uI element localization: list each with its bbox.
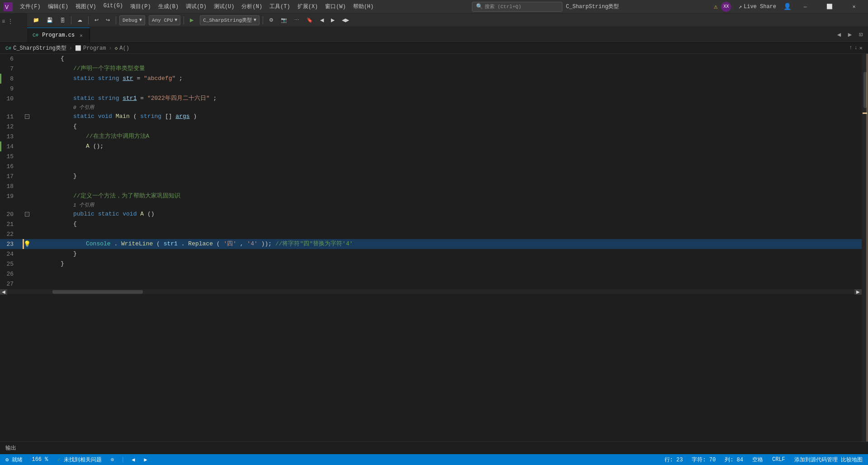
toolbar-open[interactable]: 📁 — [30, 15, 42, 25]
scroll-left-btn[interactable]: ◀ — [0, 289, 7, 295]
menu-extend[interactable]: 扩展(X) — [294, 1, 322, 12]
status-line[interactable]: 行: 23 — [663, 456, 685, 464]
toolbar-save[interactable]: 💾 — [44, 15, 56, 25]
toolbar-nav3[interactable]: ◀▶ — [339, 15, 352, 25]
yellow-gutter-23 — [23, 239, 24, 249]
status-ready[interactable]: ⚙ 就绪 — [4, 456, 24, 464]
table-row: 14 A (); — [0, 141, 862, 151]
col-label: 列: 84 — [725, 457, 743, 463]
platform-dropdown[interactable]: Any CPU ▼ — [149, 15, 180, 25]
table-row: 19 //定义一个方法，为了帮助大家巩固知识 — [0, 191, 862, 201]
tab-scroll-left[interactable]: ◀ — [834, 29, 844, 40]
table-row: 13 //在主方法中调用方法A — [0, 132, 862, 141]
table-row: 22 — [0, 229, 862, 239]
breadcrumb-method-icon: ◇ — [115, 45, 118, 51]
toolbar-redo2[interactable]: ↪ — [103, 15, 113, 25]
menu-debug[interactable]: 调试(D) — [182, 1, 210, 12]
menu-help[interactable]: 帮助(H) — [349, 1, 377, 12]
breadcrumb-class[interactable]: C_SharpString类型 — [13, 44, 66, 52]
horizontal-scrollbar[interactable]: ◀ ▶ — [0, 289, 862, 294]
bulb-icon[interactable]: 💡 — [24, 240, 31, 248]
table-row: 11 − static void Main ( string — [0, 112, 862, 122]
status-encoding[interactable]: CRLF — [770, 456, 787, 463]
status-col[interactable]: 列: 84 — [723, 456, 745, 464]
output-label[interactable]: 输出 — [5, 444, 16, 452]
status-scroll-right[interactable]: ▶ — [142, 456, 149, 463]
tab-overflow[interactable]: ⊡ — [855, 29, 866, 40]
toolbar-nav2[interactable]: ▶ — [328, 15, 337, 25]
status-ready-label: 就绪 — [12, 457, 23, 463]
menu-analyze[interactable]: 分析(N) — [238, 1, 266, 12]
collapse-11[interactable]: − — [25, 114, 29, 119]
toolbar-profile[interactable]: ⚙ — [266, 15, 276, 25]
vertical-scrollbar[interactable] — [862, 54, 868, 442]
menu-test[interactable]: 测试(U) — [210, 1, 238, 12]
live-share-icon: ↗ — [738, 3, 742, 10]
status-no-problems[interactable]: ✓ 未找到相关问题 — [55, 456, 103, 464]
live-share-button[interactable]: ↗ Live Share — [735, 2, 780, 11]
tab-bar-icon-1[interactable]: ≡ — [2, 19, 5, 25]
line-label: 行: 23 — [665, 457, 683, 463]
breadcrumb-class-icon: C# — [5, 46, 11, 51]
status-nav-error[interactable]: ⊙ — [109, 456, 116, 463]
horizontal-scroll-thumb[interactable] — [52, 290, 143, 294]
vs-logo-icon: V — [4, 2, 13, 11]
horizontal-scroll-track[interactable] — [7, 289, 854, 295]
menu-git[interactable]: Git(G) — [100, 1, 127, 12]
run-button[interactable]: ▶ — [187, 15, 196, 25]
table-row: 24 } — [0, 249, 862, 259]
minimap-overview — [866, 54, 868, 442]
tab-scroll-right[interactable]: ▶ — [844, 29, 855, 40]
status-scroll[interactable]: ◀ — [130, 456, 137, 463]
close-button[interactable]: ✕ — [844, 0, 864, 14]
breadcrumb-close[interactable]: ✕ — [859, 45, 863, 52]
breadcrumb-nav-up[interactable]: ↑ — [849, 45, 852, 52]
user-avatar[interactable]: XX — [721, 2, 731, 12]
maximize-button[interactable]: ⬜ — [819, 0, 840, 14]
tab-label: Program.cs — [42, 32, 75, 38]
add-code-label: 添加到源代码管理 比较地图 — [794, 457, 863, 463]
toolbar-screenshot[interactable]: 📷 — [278, 15, 290, 25]
menu-tools[interactable]: 工具(T) — [266, 1, 294, 12]
breadcrumb-method[interactable]: A() — [119, 45, 129, 52]
toolbar-nav1[interactable]: ◀ — [317, 15, 326, 25]
status-space[interactable]: 空格 — [750, 456, 765, 464]
tab-bar-icon-2[interactable]: ⋮ — [8, 18, 13, 25]
breadcrumb-nav-down[interactable]: ↓ — [854, 45, 858, 52]
toolbar-bookmark[interactable]: 🔖 — [304, 15, 316, 25]
toolbar-dots[interactable]: ⋯ — [292, 15, 302, 25]
person-icon[interactable]: 👤 — [783, 3, 791, 10]
scroll-right-btn[interactable]: ▶ — [854, 289, 862, 295]
menu-view[interactable]: 视图(V) — [72, 1, 100, 12]
breadcrumb-member[interactable]: Program — [83, 45, 106, 52]
status-zoom[interactable]: 166 % — [30, 456, 50, 463]
collapse-20[interactable]: − — [25, 212, 29, 216]
toolbar-save-all[interactable]: 🗄 — [57, 15, 68, 25]
tab-close-button[interactable]: ✕ — [78, 32, 84, 39]
title-bar: V 文件(F) 编辑(E) 视图(V) Git(G) 项目(P) 生成(B) 调… — [0, 0, 868, 14]
code-editor[interactable]: 6 { 7 //声明一个字符串类型变量 8 — [0, 54, 862, 442]
table-row: 21 { — [0, 219, 862, 229]
toolbar-publish[interactable]: ☁ — [75, 15, 85, 25]
table-row: 23 💡 Console . WriteLine ( str1 . — [0, 239, 862, 249]
menu-project[interactable]: 项目(P) — [127, 1, 155, 12]
tab-program-cs[interactable]: C# Program.cs ✕ — [27, 28, 90, 42]
table-row: 15 — [0, 151, 862, 161]
toolbar-separator-2 — [71, 16, 71, 24]
menu-window[interactable]: 窗口(W) — [321, 1, 349, 12]
project-dropdown[interactable]: C_SharpString类型 ▼ — [200, 15, 259, 25]
search-box[interactable]: 🔍 搜索 (Ctrl+Q) — [472, 2, 562, 12]
status-add-code[interactable]: 添加到源代码管理 比较地图 — [793, 456, 864, 464]
platform-label: Any CPU — [152, 18, 173, 23]
live-share-label: Live Share — [744, 4, 776, 10]
status-char[interactable]: 字符: 70 — [690, 456, 717, 464]
debug-config-dropdown[interactable]: Debug ▼ — [119, 15, 145, 25]
toolbar-undo2[interactable]: ↩ — [92, 15, 101, 25]
menu-file[interactable]: 文件(F) — [16, 1, 44, 12]
editor[interactable]: 6 { 7 //声明一个字符串类型变量 8 — [0, 54, 868, 442]
debug-config-label: Debug — [123, 18, 137, 23]
minimize-button[interactable]: — — [795, 0, 816, 14]
menu-build[interactable]: 生成(B) — [155, 1, 183, 12]
menu-edit[interactable]: 编辑(E) — [44, 1, 72, 12]
table-row: 26 — [0, 269, 862, 279]
